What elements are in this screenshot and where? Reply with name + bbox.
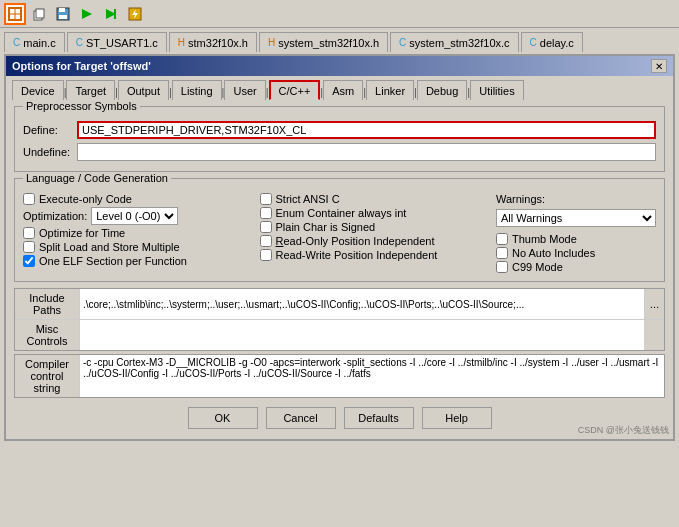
tab-delay-c[interactable]: C delay.c <box>521 32 583 52</box>
tab-main-c[interactable]: C main.c <box>4 32 65 52</box>
file-icon: C <box>76 37 83 48</box>
file-tabs-bar: C main.c C ST_USART1.c H stm32f10x.h H s… <box>0 28 679 52</box>
options-dialog: Options for Target 'offswd' ✕ Device | T… <box>4 54 675 441</box>
thumb-mode-checkbox[interactable] <box>496 233 508 245</box>
one-elf-label: One ELF Section per Function <box>39 255 187 267</box>
strict-ansi-checkbox[interactable] <box>260 193 272 205</box>
tab-user[interactable]: User <box>224 80 265 100</box>
c99-mode-checkbox[interactable] <box>496 261 508 273</box>
tab-cc[interactable]: C/C++ <box>269 80 321 100</box>
define-label: Define: <box>23 124 73 136</box>
svg-rect-4 <box>36 9 44 18</box>
tab-asm[interactable]: Asm <box>323 80 363 100</box>
file-icon: C <box>13 37 20 48</box>
file-icon: H <box>178 37 185 48</box>
svg-rect-6 <box>59 8 65 12</box>
warnings-select[interactable]: All Warnings <box>496 209 656 227</box>
enum-container-row: Enum Container always int <box>260 207 489 219</box>
compiler-content-value: -c -cpu Cortex-M3 -D__MICROLIB -g -O0 -a… <box>80 355 664 397</box>
no-auto-includes-row: No Auto Includes <box>496 247 656 259</box>
tab-system-c[interactable]: C system_stm32f10x.c <box>390 32 519 52</box>
file-icon: C <box>399 37 406 48</box>
tab-stm32-h[interactable]: H stm32f10x.h <box>169 32 257 52</box>
define-input[interactable] <box>77 121 656 139</box>
tab-st-usart[interactable]: C ST_USART1.c <box>67 32 167 52</box>
tab-listing[interactable]: Listing <box>172 80 222 100</box>
no-auto-includes-checkbox[interactable] <box>496 247 508 259</box>
read-only-checkbox[interactable] <box>260 235 272 247</box>
read-only-label: Read-Only Position Independent <box>276 235 435 247</box>
misc-controls-row: MiscControls … <box>15 320 664 350</box>
paths-section: IncludePaths .\core;..\stmlib\inc;..\sys… <box>14 288 665 351</box>
one-elf-checkbox[interactable] <box>23 255 35 267</box>
include-paths-value[interactable]: .\core;..\stmlib\inc;..\systerm;..\user;… <box>80 289 644 319</box>
tab-device[interactable]: Device <box>12 80 64 100</box>
compiler-row: Compilercontrolstring -c -cpu Cortex-M3 … <box>15 355 664 397</box>
optimization-row: Optimization: Level 0 (-O0) <box>23 207 252 225</box>
plain-char-label: Plain Char is Signed <box>276 221 376 233</box>
dialog-tabs: Device | Target | Output | Listing | Use… <box>6 76 673 100</box>
include-paths-label: IncludePaths <box>15 289 80 319</box>
execute-only-checkbox[interactable] <box>23 193 35 205</box>
thumb-mode-row: Thumb Mode <box>496 233 656 245</box>
tab-stm32-h-label: stm32f10x.h <box>188 37 248 49</box>
target-options-btn[interactable] <box>4 3 26 25</box>
strict-ansi-label: Strict ANSI C <box>276 193 340 205</box>
lang-col-right: Warnings: All Warnings Thumb Mode <box>496 193 656 275</box>
tab-delay-c-label: delay.c <box>540 37 574 49</box>
tab-st-usart-label: ST_USART1.c <box>86 37 158 49</box>
save-btn[interactable] <box>52 3 74 25</box>
compiler-section: Compilercontrolstring -c -cpu Cortex-M3 … <box>14 354 665 398</box>
language-group-label: Language / Code Generation <box>23 172 171 184</box>
optimization-select[interactable]: Level 0 (-O0) <box>91 207 178 225</box>
one-elf-row: One ELF Section per Function <box>23 255 252 267</box>
include-paths-browse-btn[interactable]: … <box>644 289 664 319</box>
read-write-checkbox[interactable] <box>260 249 272 261</box>
c99-mode-label: C99 Mode <box>512 261 563 273</box>
dialog-close-btn[interactable]: ✕ <box>651 59 667 73</box>
execute-only-row: Execute-only Code <box>23 193 252 205</box>
undefine-label: Undefine: <box>23 146 73 158</box>
optimize-time-checkbox[interactable] <box>23 227 35 239</box>
tab-system-h[interactable]: H system_stm32f10x.h <box>259 32 388 52</box>
tab-target[interactable]: Target <box>66 80 115 100</box>
undefine-input[interactable] <box>77 143 656 161</box>
optimize-time-label: Optimize for Time <box>39 227 125 239</box>
dialog-content: Preprocessor Symbols Define: Undefine: L… <box>6 100 673 439</box>
execute-only-label: Execute-only Code <box>39 193 132 205</box>
tab-utilities[interactable]: Utilities <box>470 80 523 100</box>
no-auto-includes-label: No Auto Includes <box>512 247 595 259</box>
preprocessor-group: Preprocessor Symbols Define: Undefine: <box>14 106 665 172</box>
tab-debug[interactable]: Debug <box>417 80 467 100</box>
misc-controls-value[interactable] <box>80 320 644 350</box>
file-icon: C <box>530 37 537 48</box>
file-icon: H <box>268 37 275 48</box>
optimization-label: Optimization: <box>23 210 87 222</box>
include-paths-row: IncludePaths .\core;..\stmlib\inc;..\sys… <box>15 289 664 320</box>
build-btn[interactable] <box>76 3 98 25</box>
copy-btn[interactable] <box>28 3 50 25</box>
language-group: Language / Code Generation Execute-only … <box>14 178 665 282</box>
cancel-button[interactable]: Cancel <box>266 407 336 429</box>
plain-char-checkbox[interactable] <box>260 221 272 233</box>
tab-linker[interactable]: Linker <box>366 80 414 100</box>
strict-ansi-row: Strict ANSI C <box>260 193 489 205</box>
preprocessor-group-label: Preprocessor Symbols <box>23 100 140 112</box>
c99-mode-row: C99 Mode <box>496 261 656 273</box>
help-button[interactable]: Help <box>422 407 492 429</box>
undefine-row: Undefine: <box>23 143 656 161</box>
enum-container-checkbox[interactable] <box>260 207 272 219</box>
ok-button[interactable]: OK <box>188 407 258 429</box>
rebuild-btn[interactable] <box>100 3 122 25</box>
flash-btn[interactable] <box>124 3 146 25</box>
lang-col-middle: Strict ANSI C Enum Container always int … <box>260 193 489 275</box>
dialog-buttons: OK Cancel Defaults Help <box>14 401 665 433</box>
tab-output[interactable]: Output <box>118 80 169 100</box>
svg-marker-8 <box>82 9 92 19</box>
warnings-label: Warnings: <box>496 193 545 205</box>
defaults-button[interactable]: Defaults <box>344 407 414 429</box>
read-write-row: Read-Write Position Independent <box>260 249 489 261</box>
split-load-checkbox[interactable] <box>23 241 35 253</box>
tab-main-c-label: main.c <box>23 37 55 49</box>
tab-system-c-label: system_stm32f10x.c <box>409 37 509 49</box>
